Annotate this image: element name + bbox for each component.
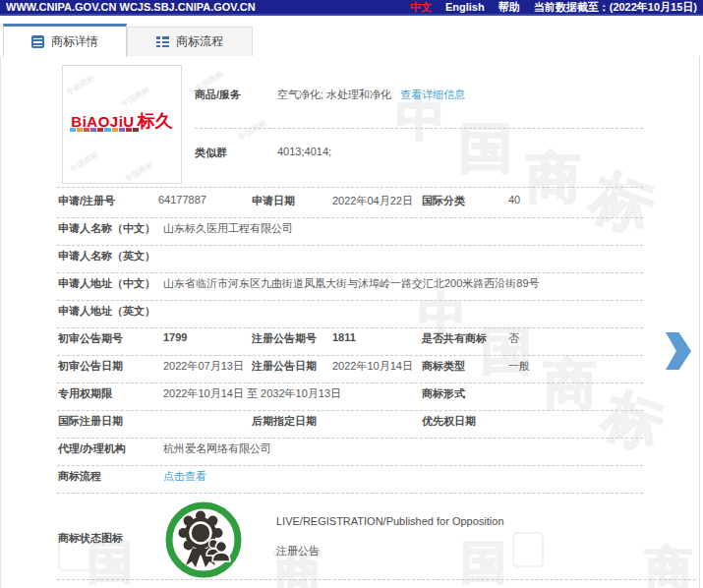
trademark-detail-page: WWW.CNIPA.GOV.CN WCJS.SBJ.CNIPA.GOV.CN 中… [0,0,703,588]
appdate-label: 申请日期 [252,194,295,208]
intlclass-value: 40 [508,194,520,206]
agency-value: 杭州爱名网络有限公司 [163,441,271,456]
click-to-view-link[interactable]: 点击查看 [163,469,206,484]
tab-flow-label: 商标流程 [176,33,223,50]
watermark-small-text: 中国商标 [65,72,97,97]
row-separator [57,493,643,494]
document-icon [31,35,44,48]
reg-pub-no-label: 注册公告期号 [252,331,317,346]
topbar: WWW.CNIPA.GOV.CN WCJS.SBJ.CNIPA.GOV.CN 中… [0,0,703,16]
tm-form-label: 商标形式 [422,386,465,401]
trademark-image: 中国商标 中国商标 中国商标 中国商标 BiAOJiU 标久 [62,65,182,184]
shared-mark-label: 是否共有商标 [422,331,487,346]
watermark-glyph: 国 [459,121,512,174]
shared-mark-value: 否 [508,331,519,346]
exclusive-term-label: 专用权期限 [58,386,112,401]
status-text-cn: 注册公告 [276,544,320,559]
tm-type-label: 商标类型 [422,359,465,374]
goods-value: 空气净化; 水处理和净化 查看详细信息 [277,88,465,102]
similar-group-label: 类似群 [195,146,227,160]
tab-trademark-flow[interactable]: 商标流程 [127,27,253,56]
tm-type-value: 一般 [508,359,530,374]
watermark-glyph: 商 [645,546,692,588]
goods-label: 商品/服务 [195,88,241,102]
regno-label: 申请/注册号 [58,194,115,208]
agency-label: 代理/办理机构 [58,441,126,456]
row-separator [57,245,643,246]
row-separator [57,438,643,439]
content-right-border [699,56,700,588]
row-separator [195,128,643,129]
priority-date-label: 优先权日期 [422,414,476,429]
row-separator [57,187,643,188]
applicant-cn-label: 申请人名称（中文） [58,221,155,236]
watermark-plug-shape [512,532,544,567]
row-separator [57,410,643,411]
row-separator [57,327,643,328]
next-arrow-button[interactable] [666,332,691,370]
first-pub-no-value: 1799 [163,331,187,343]
reg-pub-date-label: 注册公告日期 [252,359,317,374]
watermark-glyph: 标 [585,166,661,242]
row-separator [57,300,643,301]
first-pub-date-value: 2022年07月13日 [163,359,244,374]
goods-value-text: 空气净化; 水处理和净化 [277,88,391,100]
regno-value: 64177887 [158,194,206,206]
lang-english-link[interactable]: English [445,1,485,13]
reg-pub-date-value: 2022年10月14日 [332,359,413,374]
watermark-glyph: 标 [597,384,670,457]
row-separator [57,382,643,383]
watermark-small-text: 中国商标 [124,158,156,184]
applicant-en-label: 申请人名称（英文） [58,249,155,264]
watermark-small-text: 中国商标 [237,117,269,143]
detail-panel: 中 国 商 标 中 国 商 标 国 商 国 商 中国商标 中国商标 中国商标 中… [0,56,703,588]
watermark-glyph: 商 [526,150,581,206]
status-text-en: LIVE/REGISTRATION/Published for Oppositi… [276,515,504,527]
site-url: WWW.CNIPA.GOV.CN WCJS.SBJ.CNIPA.GOV.CN [6,1,256,13]
trademark-status-icon [164,500,243,579]
appdate-value: 2022年04月22日 [332,194,413,208]
row-separator [57,579,696,580]
watermark-glyph: 商 [544,357,597,410]
help-link[interactable]: 帮助 [498,0,520,15]
address-cn-label: 申请人地址（中文） [58,276,155,291]
row-separator [57,465,643,466]
watermark-small-text: 中国商标 [69,148,101,174]
data-cutoff-label: 当前数据截至：(2022年10月15日) [534,0,697,15]
logo-chinese-text: 标久 [138,111,173,131]
tab-detail-label: 商标详情 [51,33,98,50]
intl-reg-date-label: 国际注册日期 [58,414,123,429]
watermark-small-text: 中国商标 [120,84,152,109]
row-separator [57,217,643,218]
row-separator [57,272,643,273]
reg-pub-no-value: 1811 [332,331,356,343]
row-separator [57,355,643,356]
status-icon-label: 商标状态图标 [58,531,123,546]
intlclass-label: 国际分类 [422,194,465,208]
view-detail-link[interactable]: 查看详细信息 [400,88,465,100]
topbar-links: 中文 English 帮助 当前数据截至：(2022年10月15日) [410,0,697,15]
address-en-label: 申请人地址（英文） [58,304,155,319]
address-cn-value: 山东省临沂市河东区九曲街道凤凰大街与沭埠岭一路交汇北200米路西沿街89号 [163,276,540,291]
applicant-cn-value: 山东标久医用工程有限公司 [163,221,293,236]
lang-chinese-link[interactable]: 中文 [410,0,432,15]
flow-label: 商标流程 [58,469,101,484]
logo-color-bar [70,128,139,132]
exclusive-term-value: 2022年10月14日 至 2032年10月13日 [163,386,341,401]
list-icon [156,35,169,48]
first-pub-no-label: 初审公告期号 [58,331,123,346]
first-pub-date-label: 初审公告日期 [58,359,123,374]
later-designation-label: 后期指定日期 [252,414,317,429]
similar-group-value: 4013;4014; [277,146,331,157]
tab-trademark-detail[interactable]: 商标详情 [3,24,127,57]
